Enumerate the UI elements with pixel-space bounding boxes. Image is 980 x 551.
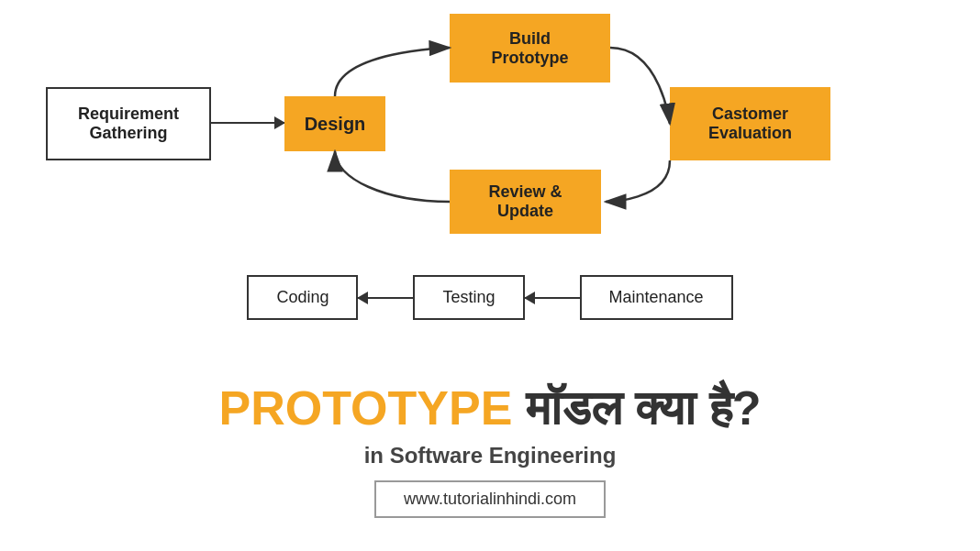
design-box: Design	[284, 96, 385, 151]
coding-box: Coding	[247, 275, 358, 320]
review-update-label: Review & Update	[488, 182, 562, 221]
coding-label: Coding	[276, 288, 329, 306]
title-hindi-model: मॉडल	[526, 381, 635, 435]
arrow-coding-to-testing	[358, 297, 413, 299]
requirement-gathering-label: Requirement Gathering	[78, 105, 179, 143]
bottom-flow-row: Coding Testing Maintenance	[0, 275, 980, 320]
title-section: PROTOTYPE मॉडल क्या है? in Software Engi…	[0, 349, 980, 551]
subtitle: in Software Engineering	[364, 443, 617, 468]
testing-box: Testing	[413, 275, 524, 320]
customer-evaluation-box: Castomer Evaluation	[670, 87, 830, 160]
testing-label: Testing	[442, 288, 495, 306]
review-update-box: Review & Update	[450, 170, 601, 234]
maintenance-label: Maintenance	[609, 288, 704, 306]
arrow-req-to-design	[211, 122, 284, 124]
main-title: PROTOTYPE मॉडल क्या है?	[219, 382, 762, 435]
requirement-gathering-box: Requirement Gathering	[46, 87, 211, 160]
maintenance-box: Maintenance	[580, 275, 733, 320]
build-prototype-box: Build Prototype	[450, 14, 610, 83]
build-prototype-label: Build Prototype	[491, 29, 568, 68]
website-label: www.tutorialinhindi.com	[404, 490, 576, 508]
website-box: www.tutorialinhindi.com	[374, 480, 606, 518]
customer-evaluation-label: Castomer Evaluation	[708, 105, 792, 143]
design-label: Design	[305, 114, 366, 135]
title-hindi-kya-hai: क्या है?	[635, 381, 761, 435]
arrow-testing-to-maintenance	[525, 297, 580, 299]
title-orange: PROTOTYPE	[219, 381, 526, 435]
